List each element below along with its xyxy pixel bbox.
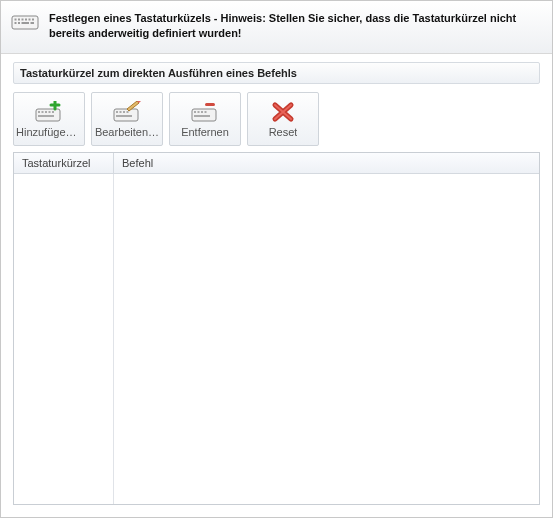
- banner-text: Festlegen eines Tastaturküzels - Hinweis…: [49, 11, 540, 41]
- svg-rect-26: [198, 111, 200, 113]
- remove-button[interactable]: Entfernen: [169, 92, 241, 146]
- edit-keyboard-icon: [113, 100, 141, 124]
- svg-rect-8: [18, 22, 20, 24]
- settings-panel: Festlegen eines Tastaturküzels - Hinweis…: [0, 0, 553, 518]
- svg-rect-4: [25, 19, 27, 21]
- reset-button[interactable]: Reset: [247, 92, 319, 146]
- svg-rect-27: [201, 111, 203, 113]
- svg-rect-20: [120, 111, 122, 113]
- add-button[interactable]: Hinzufügen…: [13, 92, 85, 146]
- svg-rect-1: [15, 19, 17, 21]
- info-banner: Festlegen eines Tastaturküzels - Hinweis…: [1, 1, 552, 54]
- toolbar: Hinzufügen… Bearbeiten…: [13, 92, 540, 146]
- svg-rect-6: [32, 19, 34, 21]
- content-area: Tastaturkürzel zum direkten Ausführen ei…: [1, 54, 552, 517]
- svg-rect-15: [49, 111, 51, 113]
- svg-rect-5: [29, 19, 31, 21]
- svg-rect-9: [22, 22, 30, 24]
- svg-rect-21: [123, 111, 125, 113]
- add-keyboard-icon: [35, 100, 63, 124]
- svg-rect-13: [42, 111, 44, 113]
- section-title: Tastaturkürzel zum direkten Ausführen ei…: [13, 62, 540, 84]
- remove-keyboard-icon: [191, 100, 219, 124]
- svg-rect-10: [31, 22, 35, 24]
- svg-rect-23: [116, 115, 132, 117]
- svg-rect-2: [18, 19, 20, 21]
- table-body[interactable]: [14, 174, 539, 504]
- reset-icon: [271, 100, 295, 124]
- svg-rect-12: [38, 111, 40, 113]
- svg-rect-30: [205, 103, 215, 106]
- shortcuts-table: Tastaturkürzel Befehl: [13, 152, 540, 505]
- reset-button-label: Reset: [269, 126, 298, 138]
- svg-rect-7: [15, 22, 17, 24]
- col-command-header[interactable]: Befehl: [114, 153, 539, 173]
- col-shortcut-header[interactable]: Tastaturkürzel: [14, 153, 114, 173]
- edit-button-label: Bearbeiten…: [95, 126, 159, 138]
- edit-button[interactable]: Bearbeiten…: [91, 92, 163, 146]
- svg-rect-14: [45, 111, 47, 113]
- table-header: Tastaturkürzel Befehl: [14, 153, 539, 174]
- keyboard-icon: [11, 12, 39, 34]
- svg-rect-28: [205, 111, 207, 113]
- svg-rect-22: [127, 111, 129, 113]
- add-button-label: Hinzufügen…: [16, 126, 82, 138]
- svg-rect-16: [52, 111, 54, 113]
- svg-rect-3: [22, 19, 24, 21]
- svg-rect-19: [116, 111, 118, 113]
- svg-rect-29: [194, 115, 210, 117]
- remove-button-label: Entfernen: [181, 126, 229, 138]
- svg-rect-25: [194, 111, 196, 113]
- svg-rect-17: [38, 115, 54, 117]
